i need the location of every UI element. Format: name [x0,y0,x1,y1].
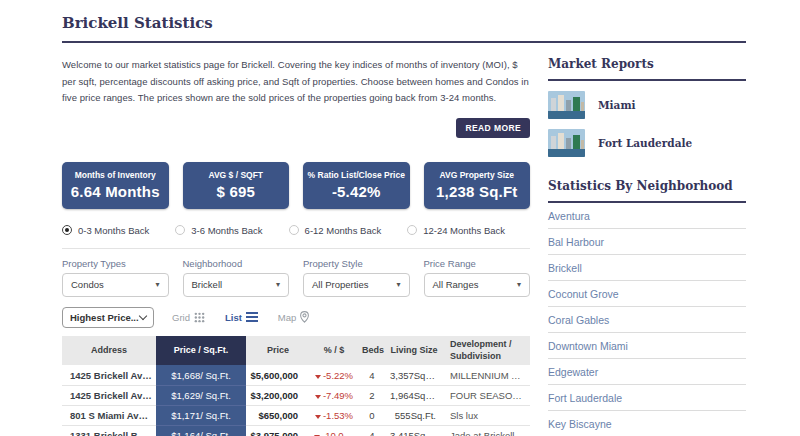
cell-beds: 4 [358,365,386,385]
filter-selected-value: All Ranges [433,279,479,290]
cell-percent: -1.53% [310,405,358,425]
cell-percent: -5.22% [310,365,358,385]
cell-price: $3,200,000 [246,385,310,405]
cell-beds: 0 [358,405,386,425]
neighborhood-link[interactable]: Downtown Miami [548,333,746,359]
cell-living-size: 1,964Sq.Ft. [386,385,442,405]
table-row[interactable]: 1425 Brickell Ave #65... $1,629/ Sq.Ft. … [62,385,530,405]
stat-value: 6.64 Months [64,183,167,200]
intro-text: Welcome to our market statistics page fo… [62,57,530,107]
time-range-label: 12-24 Months Back [423,225,505,236]
sort-selected-value: Highest Price... [70,312,139,323]
view-grid-button[interactable]: Grid [172,312,205,323]
cell-price-sqft: $1,171/ Sq.Ft. [156,405,246,425]
neighborhoods-title: Statistics By Neighborhood [548,179,746,203]
time-range-option[interactable]: 0-3 Months Back [62,225,149,236]
time-range-label: 0-3 Months Back [78,225,149,236]
table-row[interactable]: 801 S Miami Ave #507,... $1,171/ Sq.Ft. … [62,405,530,425]
time-range-radios: 0-3 Months Back 3-6 Months Back 6-12 Mon… [62,225,530,249]
neighborhood-link[interactable]: Brickell [548,255,746,281]
stat-label: AVG $ / SQFT [185,170,288,180]
report-name-link[interactable]: Fort Lauderdale [598,137,692,149]
sort-view-row: Highest Price... Grid List [62,307,530,328]
stat-card: AVG $ / SQFT $ 695 [183,162,290,209]
page: Brickell Statistics Welcome to our marke… [0,0,800,436]
percent-value: -1.53% [323,410,353,421]
triangle-down-icon [315,395,321,399]
cell-price: $5,600,000 [246,365,310,385]
radio-icon[interactable] [175,225,185,235]
filter-selected-value: Condos [71,279,104,290]
cell-address[interactable]: 1331 Brickell Bay Dr #... [62,425,156,436]
percent-value: -5.22% [323,370,353,381]
neighborhood-link[interactable]: Key Biscayne [548,411,746,436]
table-header: Address Price / Sq.Ft. Price % / $ Beds … [62,336,530,365]
cell-price-sqft: $1,164/ Sq.Ft. [156,425,246,436]
cell-beds: 2 [358,385,386,405]
col-header-beds[interactable]: Beds [358,336,386,365]
col-header-price-sqft[interactable]: Price / Sq.Ft. [156,336,246,365]
neighborhood-link[interactable]: Aventura [548,203,746,229]
cell-price-sqft: $1,629/ Sq.Ft. [156,385,246,405]
table-body: 1425 Brickell Ave #41... $1,668/ Sq.Ft. … [62,365,530,436]
stat-label: % Ratio List/Close Price [305,170,408,180]
table-row[interactable]: 1425 Brickell Ave #41... $1,668/ Sq.Ft. … [62,365,530,385]
cell-development: FOUR SEASONS RESI... [442,385,530,405]
filter-selected-value: All Properties [312,279,369,290]
filter-select[interactable]: All Ranges ▾ [424,273,531,297]
cell-address[interactable]: 1425 Brickell Ave #41... [62,365,156,385]
filter-label: Neighborhood [183,258,290,269]
radio-icon[interactable] [62,225,72,235]
cell-price: $3,975,000 [246,425,310,436]
triangle-down-icon [315,415,321,419]
filter-group: Property Style All Properties ▾ [303,258,410,297]
cell-price: $650,000 [246,405,310,425]
neighborhood-link[interactable]: Bal Harbour [548,229,746,255]
cell-living-size: 3,357Sq.Ft. [386,365,442,385]
col-header-pct[interactable]: % / $ [310,336,358,365]
read-more-button[interactable]: READ MORE [456,118,530,138]
view-map-label: Map [278,312,296,323]
market-report-item[interactable]: Miami [548,91,746,119]
read-more-wrap: READ MORE [62,117,530,138]
page-title: Brickell Statistics [62,14,746,43]
city-photo-icon [548,129,585,157]
grid-icon [194,312,205,323]
time-range-option[interactable]: 3-6 Months Back [175,225,262,236]
view-map-button[interactable]: Map [278,311,309,323]
report-thumbnail [548,91,585,119]
view-grid-label: Grid [172,312,190,323]
neighborhood-link[interactable]: Coconut Grove [548,281,746,307]
radio-icon[interactable] [407,225,417,235]
filter-select[interactable]: Condos ▾ [62,273,169,297]
neighborhood-link[interactable]: Fort Lauderdale [548,385,746,411]
time-range-label: 6-12 Months Back [305,225,382,236]
filter-select[interactable]: All Properties ▾ [303,273,410,297]
chevron-down-icon: ▾ [155,280,159,289]
neighborhood-list: Aventura Bal Harbour Brickell Coconut Gr… [548,203,746,436]
stats-row: Months of Inventory 6.64 Months AVG $ / … [62,162,530,209]
market-reports-title: Market Reports [548,57,746,81]
filters-row: Property Types Condos ▾ Neighborhood Bri… [62,258,530,297]
cell-address[interactable]: 801 S Miami Ave #507,... [62,405,156,425]
sidebar: Market Reports [548,57,746,436]
filter-select[interactable]: Brickell ▾ [183,273,290,297]
view-list-button[interactable]: List [225,312,258,323]
sort-select[interactable]: Highest Price... [62,307,154,328]
col-header-price[interactable]: Price [246,336,310,365]
time-range-option[interactable]: 6-12 Months Back [289,225,382,236]
radio-icon[interactable] [289,225,299,235]
cell-address[interactable]: 1425 Brickell Ave #65... [62,385,156,405]
neighborhood-link[interactable]: Coral Gables [548,307,746,333]
neighborhood-section: Statistics By Neighborhood Aventura Bal … [548,179,746,436]
col-header-development[interactable]: Development / Subdivision [442,336,530,365]
col-header-address[interactable]: Address [62,336,156,365]
report-name-link[interactable]: Miami [598,99,636,111]
col-header-size[interactable]: Living Size [386,336,442,365]
neighborhood-link[interactable]: Edgewater [548,359,746,385]
market-report-item[interactable]: Fort Lauderdale [548,129,746,157]
filter-group: Neighborhood Brickell ▾ [183,258,290,297]
time-range-option[interactable]: 12-24 Months Back [407,225,505,236]
filter-label: Price Range [424,258,531,269]
table-row[interactable]: 1331 Brickell Bay Dr #... $1,164/ Sq.Ft.… [62,425,530,436]
